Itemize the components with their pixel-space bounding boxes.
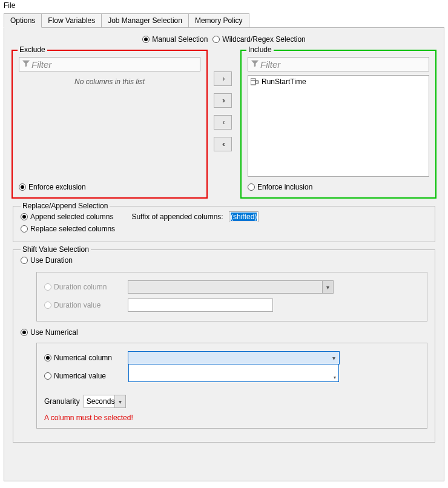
datetime-icon	[251, 78, 259, 85]
use-numerical-radio[interactable]: Use Numerical	[21, 328, 78, 337]
exclude-filter-placeholder: Filter	[31, 59, 51, 70]
exclude-filter-input[interactable]: Filter	[19, 57, 200, 71]
enforce-inclusion-label: Enforce inclusion	[257, 183, 312, 191]
include-item-0-label: RunStartTime	[262, 77, 306, 86]
append-columns-radio[interactable]: Append selected columns	[21, 213, 113, 221]
tab-options[interactable]: Options	[4, 13, 42, 28]
remove-all-button[interactable]: ‹‹	[214, 137, 232, 151]
include-filter-input[interactable]: Filter	[248, 57, 429, 71]
duration-group: Duration column Duration value	[36, 272, 427, 321]
duration-value-radio: Duration value	[44, 301, 100, 309]
list-item[interactable]: RunStartTime	[249, 77, 427, 87]
svg-rect-0	[251, 79, 255, 85]
chevron-down-icon	[332, 354, 335, 362]
numerical-column-dropdown[interactable]: ▾	[128, 364, 339, 382]
wildcard-selection-label: Wildcard/Regex Selection	[222, 35, 305, 44]
duration-column-combo	[128, 280, 334, 294]
shift-legend: Shift Value Selection	[21, 245, 91, 254]
exclude-column-list[interactable]: No columns in this list	[19, 75, 200, 177]
exclude-empty-text: No columns in this list	[74, 77, 145, 86]
granularity-label: Granularity	[44, 397, 80, 406]
filter-icon	[251, 59, 259, 70]
enforce-exclusion-radio[interactable]: Enforce exclusion	[19, 183, 86, 191]
tab-panel-options: Manual Selection Wildcard/Regex Selectio…	[4, 27, 444, 481]
numerical-column-combo[interactable]: ▾	[128, 351, 340, 364]
manual-selection-label: Manual Selection	[152, 35, 208, 44]
chevron-down-icon	[119, 397, 122, 406]
use-duration-label: Use Duration	[30, 256, 73, 265]
use-duration-radio[interactable]: Use Duration	[21, 256, 73, 265]
duration-value-label: Duration value	[54, 301, 100, 309]
numerical-value-label: Numerical value	[54, 372, 106, 380]
tab-flow-variables[interactable]: Flow Variables	[41, 13, 102, 28]
duration-value-input	[128, 298, 273, 312]
suffix-input[interactable]: (shifted)	[229, 211, 259, 222]
granularity-combo[interactable]: Seconds	[84, 395, 126, 408]
add-all-button[interactable]: ››	[214, 93, 232, 108]
include-filter-placeholder: Filter	[260, 59, 280, 70]
replace-columns-radio[interactable]: Replace selected columns	[21, 225, 115, 233]
use-numerical-label: Use Numerical	[30, 328, 78, 337]
remove-button[interactable]: ‹	[214, 115, 232, 130]
suffix-label: Suffix of appended columns:	[131, 213, 223, 221]
add-button[interactable]: ›	[214, 71, 232, 86]
numerical-group: Numerical column ▾ Numerical v	[36, 343, 427, 429]
numerical-error-text: A column must be selected!	[44, 414, 420, 422]
manual-selection-radio[interactable]: Manual Selection	[142, 35, 208, 44]
shift-value-fieldset: Shift Value Selection Use Duration Durat…	[13, 249, 435, 443]
enforce-inclusion-radio[interactable]: Enforce inclusion	[248, 183, 312, 191]
include-legend: Include	[246, 45, 274, 54]
filter-icon	[22, 59, 30, 70]
numerical-value-radio[interactable]: Numerical value	[44, 372, 106, 380]
chevron-down-icon	[326, 283, 329, 291]
exclude-legend: Exclude	[18, 45, 47, 54]
replace-columns-label: Replace selected columns	[30, 225, 115, 233]
granularity-value: Seconds	[84, 397, 115, 406]
wildcard-selection-radio[interactable]: Wildcard/Regex Selection	[212, 35, 305, 44]
exclude-box: Exclude Filter No columns in this list E…	[12, 50, 208, 199]
include-column-list[interactable]: RunStartTime	[248, 75, 429, 177]
duration-column-radio: Duration column	[44, 283, 107, 291]
tab-job-manager[interactable]: Job Manager Selection	[101, 13, 189, 28]
replace-append-fieldset: Replace/Append Selection Append selected…	[13, 206, 435, 242]
include-box: Include Filter	[240, 50, 436, 199]
append-columns-label: Append selected columns	[30, 213, 113, 221]
enforce-exclusion-label: Enforce exclusion	[28, 183, 86, 191]
chevron-down-icon: ▾	[334, 375, 336, 380]
move-buttons: › ›› ‹ ‹‹	[214, 71, 234, 199]
numerical-column-label: Numerical column	[54, 354, 112, 362]
tab-bar: Options Flow Variables Job Manager Selec…	[4, 13, 444, 28]
numerical-column-radio[interactable]: Numerical column	[44, 354, 112, 362]
replace-append-legend: Replace/Append Selection	[21, 202, 110, 210]
menu-file[interactable]: File	[0, 0, 19, 11]
duration-column-label: Duration column	[54, 283, 107, 291]
tab-memory-policy[interactable]: Memory Policy	[188, 13, 249, 28]
